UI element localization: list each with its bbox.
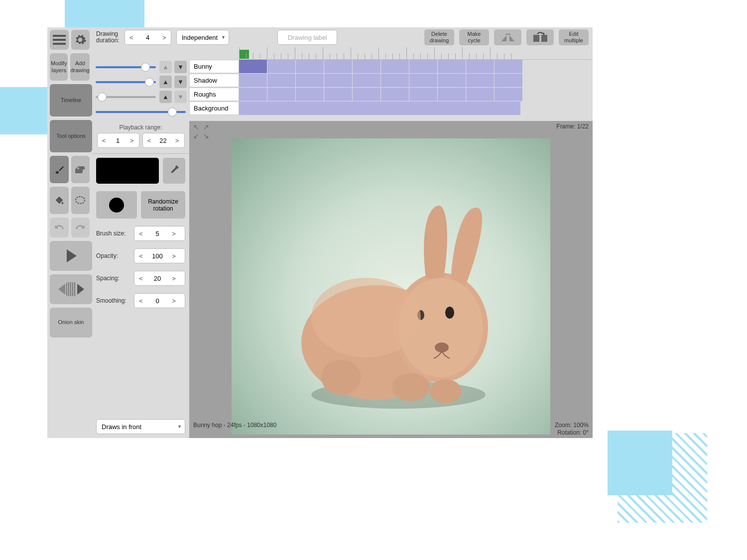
timeline-cell[interactable]: [381, 88, 409, 101]
layer-up-bunny[interactable]: ▲: [159, 61, 172, 73]
playback-end-increment[interactable]: >: [171, 137, 184, 144]
flip-horizontal-button[interactable]: [494, 29, 521, 45]
timeline-cell[interactable]: [381, 74, 409, 87]
playback-end-stepper[interactable]: < 22 >: [142, 133, 185, 148]
timeline-cell[interactable]: [296, 60, 324, 73]
timeline-track[interactable]: [239, 60, 593, 73]
timeline-cell[interactable]: [409, 88, 437, 101]
delete-drawing-button[interactable]: Delete drawing: [424, 29, 454, 45]
timeline-cell[interactable]: [495, 60, 522, 73]
timeline-track-background[interactable]: [239, 102, 520, 115]
timeline-track[interactable]: [239, 74, 593, 87]
randomize-rotation-button[interactable]: Randomize rotation: [141, 191, 185, 219]
layer-up-shadow[interactable]: ▲: [159, 76, 172, 88]
timeline-cell[interactable]: [239, 74, 267, 87]
timeline-cell[interactable]: [353, 60, 380, 73]
timeline-cell[interactable]: [409, 60, 437, 73]
layer-name-bunny[interactable]: Bunny: [189, 60, 239, 73]
drawing-label-input[interactable]: Drawing label: [277, 30, 337, 45]
timeline-track[interactable]: [239, 88, 593, 101]
timeline-cell[interactable]: [324, 88, 352, 101]
draw-mode-dropdown[interactable]: Draws in front: [96, 419, 185, 434]
layer-opacity-slider-roughs[interactable]: [96, 96, 156, 98]
current-color-swatch[interactable]: [96, 158, 159, 184]
fill-tool-button[interactable]: [50, 187, 69, 214]
timeline-cell[interactable]: [466, 88, 494, 101]
layer-opacity-slider-background[interactable]: [96, 111, 186, 113]
duplicate-button[interactable]: [526, 29, 554, 45]
timeline-cell[interactable]: [324, 60, 352, 73]
duration-stepper[interactable]: < 4 >: [124, 30, 171, 45]
lasso-tool-button[interactable]: [71, 187, 90, 214]
timeline-cell[interactable]: [466, 60, 494, 73]
layer-down-shadow[interactable]: ▼: [174, 76, 187, 88]
make-cycle-button[interactable]: Make cycle: [459, 29, 489, 45]
timeline-cell[interactable]: [466, 74, 494, 87]
timeline-cell[interactable]: [239, 60, 267, 73]
eraser-tool-button[interactable]: [71, 156, 90, 183]
timeline-cell[interactable]: [239, 88, 267, 101]
timeline-cell[interactable]: [381, 60, 409, 73]
frame-step-button[interactable]: [50, 274, 92, 304]
timeline-grid[interactable]: [239, 47, 593, 121]
timeline-cell[interactable]: [353, 88, 380, 101]
layer-name-shadow[interactable]: Shadow: [189, 74, 239, 87]
timeline-cell[interactable]: [495, 88, 522, 101]
timeline-cell[interactable]: [324, 74, 352, 87]
settings-button[interactable]: [71, 30, 90, 50]
brush-preview[interactable]: [96, 191, 137, 219]
layer-opacity-slider-shadow[interactable]: [96, 81, 156, 83]
timeline-cell[interactable]: [409, 74, 437, 87]
modify-layers-button[interactable]: Modify layers: [50, 53, 68, 81]
playback-start-decrement[interactable]: <: [98, 137, 111, 144]
menu-icon: [53, 35, 66, 45]
duration-decrement[interactable]: <: [125, 34, 138, 41]
timeline-ruler[interactable]: [239, 47, 593, 60]
timeline-cell[interactable]: [296, 88, 324, 101]
drawing-canvas[interactable]: [232, 138, 550, 435]
layer-opacity-slider-bunny[interactable]: [96, 66, 156, 68]
brush-tool-button[interactable]: [50, 156, 69, 183]
undo-button[interactable]: [50, 218, 69, 237]
timeline-cell[interactable]: [438, 60, 466, 73]
menu-button[interactable]: [50, 30, 69, 50]
timeline-cell[interactable]: [438, 74, 466, 87]
expand-out-button[interactable]: ↖ ↗: [193, 123, 210, 131]
layer-down-bunny[interactable]: ▼: [174, 61, 187, 73]
layer-up-roughs[interactable]: ▲: [159, 91, 172, 103]
timeline-cell[interactable]: [353, 74, 380, 87]
workspace: Playback range: < 1 > < 22 >: [92, 121, 593, 438]
play-button[interactable]: [50, 241, 92, 271]
redo-button[interactable]: [71, 218, 90, 237]
eyedropper-button[interactable]: [163, 158, 185, 184]
layer-name-background[interactable]: Background: [189, 102, 239, 115]
timeline-cell[interactable]: [267, 60, 295, 73]
timeline-cell[interactable]: [267, 88, 295, 101]
spacing-stepper[interactable]: <20>: [134, 271, 185, 286]
timeline-tab-button[interactable]: Timeline: [50, 84, 92, 116]
opacity-stepper[interactable]: <100>: [134, 248, 185, 263]
svg-rect-2: [541, 35, 547, 42]
timeline-cell[interactable]: [267, 74, 295, 87]
top-toolbar: Drawing duration: < 4 > Independent Draw…: [92, 27, 593, 47]
edit-multiple-button[interactable]: Edit multiple: [559, 29, 589, 45]
add-drawing-button[interactable]: Add drawing: [70, 53, 90, 81]
brush-size-stepper[interactable]: <5>: [134, 226, 185, 241]
playback-start-increment[interactable]: >: [125, 137, 138, 144]
layer-down-roughs[interactable]: ▼: [174, 91, 187, 103]
mode-dropdown[interactable]: Independent: [176, 30, 229, 45]
timeline-cell[interactable]: [438, 88, 466, 101]
lasso-icon: [74, 196, 86, 206]
layer-name-roughs[interactable]: Roughs: [189, 88, 239, 101]
playback-start-stepper[interactable]: < 1 >: [97, 133, 139, 148]
eyedropper-icon: [169, 165, 180, 176]
playhead-icon[interactable]: [239, 50, 249, 59]
onion-skin-button[interactable]: Onion skin: [50, 308, 92, 337]
timeline-cell[interactable]: [296, 74, 324, 87]
playback-end-decrement[interactable]: <: [143, 137, 156, 144]
brush-icon: [54, 164, 65, 175]
duration-increment[interactable]: >: [158, 34, 171, 41]
timeline-cell[interactable]: [495, 74, 522, 87]
tool-options-tab-button[interactable]: Tool options: [50, 120, 92, 152]
smoothing-stepper[interactable]: <0>: [134, 293, 185, 308]
